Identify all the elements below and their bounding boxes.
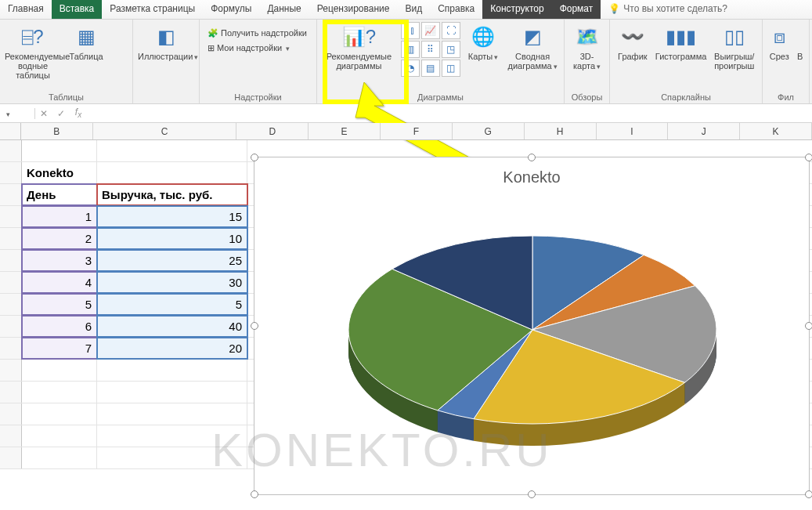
row-header[interactable] — [0, 316, 22, 337]
sparkline-winloss-icon: ▯▯ — [712, 22, 758, 52]
tab-insert[interactable]: Вставка — [52, 0, 103, 19]
col-header[interactable]: I — [597, 123, 669, 139]
table-icon: ▦ — [66, 22, 106, 52]
chart-type-grid: ⫿⫿ 📈 ⛶ ▥ ⠿ ◳ ◔ ▤ ◫ — [401, 22, 460, 77]
resize-handle[interactable] — [251, 322, 258, 330]
header-day-cell[interactable]: День — [22, 184, 97, 205]
table-cell[interactable]: 25 — [97, 250, 247, 271]
illustrations-button[interactable]: ◧ Иллюстрации▾ — [138, 22, 194, 62]
row-header[interactable] — [0, 250, 22, 271]
globe-icon: 🌐 — [465, 22, 501, 52]
col-header[interactable]: J — [668, 123, 740, 139]
pie-chart-button[interactable]: ◔ — [401, 60, 420, 77]
watermark: KONEKTO.RU — [211, 423, 553, 477]
row-header[interactable] — [0, 228, 22, 249]
row-header[interactable] — [0, 162, 22, 183]
slicer-icon: ⧈ — [767, 22, 791, 52]
recommended-pivot-tables-button[interactable]: ⌸? Рекомендуемыеводные таблицы — [5, 22, 61, 80]
waterfall-chart-button[interactable]: ▥ — [401, 41, 420, 58]
table-cell[interactable]: 20 — [97, 338, 247, 359]
chevron-down-icon: ▾ — [194, 53, 198, 61]
get-addins-button[interactable]: 🧩 Получить надстройки — [204, 27, 312, 40]
recommended-charts-button[interactable]: 📊? Рекомендуемыедиаграммы — [322, 22, 396, 71]
group-label-tours: Обзоры — [569, 91, 604, 102]
pivot-chart-button[interactable]: ◩ Своднаядиаграмма▾ — [506, 22, 559, 71]
sparkline-col-icon: ▮▮▮ — [655, 22, 707, 52]
table-cell[interactable]: 15 — [97, 206, 247, 227]
row-header[interactable] — [0, 206, 22, 227]
row-header[interactable] — [0, 140, 22, 161]
row-header[interactable] — [0, 184, 22, 205]
table-cell[interactable]: 4 — [22, 272, 97, 293]
tab-chart-design[interactable]: Конструктор — [482, 0, 551, 19]
col-header[interactable]: F — [381, 123, 453, 139]
tab-help[interactable]: Справка — [430, 0, 482, 19]
fx-icon[interactable]: fx — [70, 107, 87, 119]
row-header[interactable] — [0, 294, 22, 315]
surface-chart-button[interactable]: ◳ — [442, 41, 460, 58]
col-header[interactable]: D — [236, 123, 309, 139]
table-cell[interactable]: 1 — [22, 206, 97, 227]
table-cell[interactable]: 30 — [97, 272, 247, 293]
line-chart-button[interactable]: 📈 — [421, 22, 440, 39]
resize-handle[interactable] — [805, 490, 812, 498]
resize-handle[interactable] — [528, 490, 536, 498]
table-cell[interactable]: 10 — [97, 228, 247, 249]
table-cell[interactable]: 5 — [97, 294, 247, 315]
col-header[interactable]: H — [525, 123, 597, 139]
my-addins-button[interactable]: ⊞ Мои надстройки ▾ — [204, 42, 312, 55]
ribbon-tabs: Главная Вставка Разметка страницы Формул… — [0, 0, 812, 20]
tab-formulas[interactable]: Формулы — [203, 0, 259, 19]
bar-chart-button[interactable]: ⫿⫿ — [401, 22, 420, 39]
row-header[interactable] — [0, 272, 22, 293]
map-icon: 🗺️ — [569, 22, 604, 52]
table-cell[interactable]: 7 — [22, 338, 97, 359]
chart-title[interactable]: Konekto — [254, 157, 809, 186]
chart-title-cell[interactable]: Konekto — [22, 162, 97, 183]
tab-view[interactable]: Вид — [397, 0, 430, 19]
col-header[interactable]: K — [740, 123, 812, 139]
group-label-addins: Надстройки — [204, 91, 312, 102]
table-button[interactable]: ▦ Таблица — [66, 22, 106, 61]
cancel-formula-icon[interactable]: ✕ — [35, 108, 52, 119]
resize-handle[interactable] — [251, 490, 258, 498]
resize-handle[interactable] — [805, 154, 812, 161]
sparkline-column-button[interactable]: ▮▮▮ Гистограмма — [655, 22, 707, 61]
name-box[interactable]: ▾ — [0, 108, 35, 119]
bar-h-button[interactable]: ▤ — [421, 60, 440, 77]
timeline-button[interactable]: В — [796, 22, 804, 61]
table-cell[interactable]: 5 — [22, 294, 97, 315]
tell-me[interactable]: 💡Что вы хотите сделать? — [601, 0, 735, 19]
col-header[interactable]: G — [453, 123, 525, 139]
sparkline-line-button[interactable]: 〰️ График — [615, 22, 651, 61]
row-header[interactable] — [0, 338, 22, 359]
maps-button[interactable]: 🌐 Карты▾ — [465, 22, 501, 62]
sparkline-winloss-button[interactable]: ▯▯ Выигрыш/проигрыш — [712, 22, 758, 71]
tab-data[interactable]: Данные — [259, 0, 309, 19]
tab-page-layout[interactable]: Разметка страницы — [102, 0, 203, 19]
table-cell[interactable]: 40 — [97, 316, 247, 337]
stat-chart-button[interactable]: ◫ — [442, 60, 460, 77]
col-header[interactable]: C — [93, 123, 237, 139]
table-cell[interactable]: 6 — [22, 316, 97, 337]
3d-map-button[interactable]: 🗺️ 3D-карта▾ — [569, 22, 604, 71]
slicer-button[interactable]: ⧈ Срез — [767, 22, 791, 61]
table-cell[interactable]: 2 — [22, 228, 97, 249]
tab-review[interactable]: Рецензирование — [309, 0, 398, 19]
resize-handle[interactable] — [805, 322, 812, 330]
scatter-chart-button[interactable]: ⠿ — [421, 41, 440, 58]
col-header[interactable]: B — [21, 123, 93, 139]
resize-handle[interactable] — [528, 154, 536, 161]
tab-chart-format[interactable]: Формат — [552, 0, 601, 19]
chevron-down-icon: ▾ — [286, 45, 290, 52]
table-cell[interactable]: 3 — [22, 250, 97, 271]
enter-formula-icon[interactable]: ✓ — [52, 108, 70, 119]
header-rev-cell[interactable]: Выручка, тыс. руб. — [97, 184, 247, 205]
pivot-table-icon: ⌸? — [5, 22, 61, 52]
tab-home[interactable]: Главная — [0, 0, 52, 19]
hierarchy-chart-button[interactable]: ⛶ — [442, 22, 460, 39]
col-header[interactable]: E — [309, 123, 381, 139]
shapes-icon: ◧ — [138, 22, 194, 52]
recommended-chart-icon: 📊? — [322, 22, 396, 52]
resize-handle[interactable] — [251, 154, 258, 161]
